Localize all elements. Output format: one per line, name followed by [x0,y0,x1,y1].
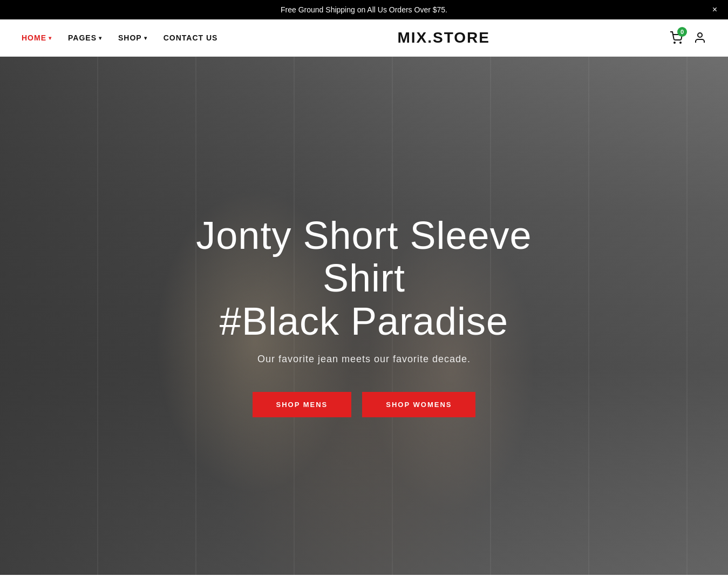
nav-item-contact[interactable]: CONTACT US [164,33,218,42]
shop-womens-button[interactable]: SHOP WOMENS [362,392,475,417]
nav-right: 0 [670,31,706,44]
nav-item-shop[interactable]: SHOP ▾ [118,33,147,42]
nav-item-pages[interactable]: PAGES ▾ [68,33,102,42]
announcement-text: Free Ground Shipping on All Us Orders Ov… [281,5,447,14]
cart-button[interactable]: 0 [670,31,683,44]
hero-subtitle: Our favorite jean meets our favorite dec… [159,354,569,365]
hero-title: Jonty Short Sleeve Shirt #Black Paradise [159,214,569,343]
user-icon[interactable] [693,31,706,44]
chevron-down-icon: ▾ [144,35,147,41]
announcement-bar: Free Ground Shipping on All Us Orders Ov… [0,0,728,19]
site-logo[interactable]: MIX.STORE [217,29,670,46]
svg-point-2 [698,33,702,37]
svg-point-0 [674,42,675,43]
hero-content: Jonty Short Sleeve Shirt #Black Paradise… [148,214,580,417]
header: HOME ▾ PAGES ▾ SHOP ▾ CONTACT US MIX.STO… [0,19,728,57]
svg-point-1 [680,42,681,43]
hero-buttons: SHOP MENS SHOP WOMENS [159,392,569,417]
nav-item-home[interactable]: HOME ▾ [22,33,52,42]
nav-left: HOME ▾ PAGES ▾ SHOP ▾ CONTACT US [22,33,217,42]
shop-mens-button[interactable]: SHOP MENS [253,392,352,417]
announcement-close-button[interactable]: × [712,5,717,15]
hero-section: Jonty Short Sleeve Shirt #Black Paradise… [0,57,728,575]
chevron-down-icon: ▾ [49,35,52,41]
cart-count-badge: 0 [677,27,687,37]
chevron-down-icon: ▾ [99,35,102,41]
